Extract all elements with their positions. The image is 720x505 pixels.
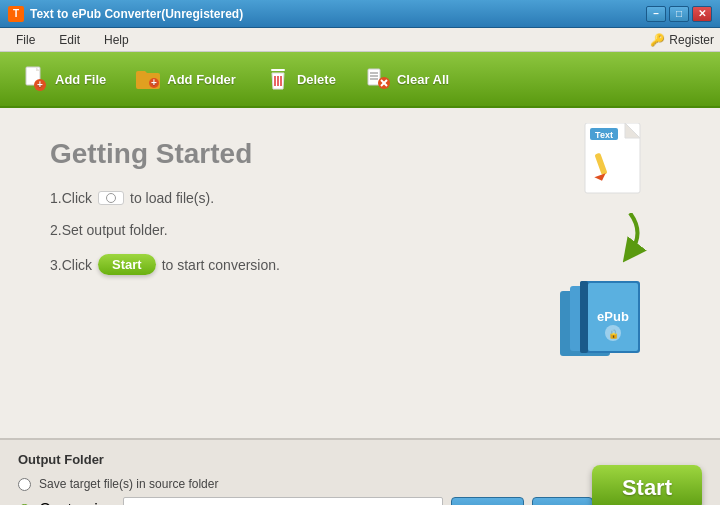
save-source-radio[interactable] (18, 478, 31, 491)
browse-button[interactable]: Browse (451, 497, 524, 505)
toolbar: + Add File + Add Folder Delete (0, 52, 720, 108)
radio-icon (106, 193, 116, 203)
menu-help[interactable]: Help (94, 31, 139, 49)
step2: 2.Set output folder. (50, 222, 280, 238)
step3-suffix: to start conversion. (162, 257, 280, 273)
svg-text:+: + (151, 77, 157, 88)
start-mini-button[interactable]: Start (98, 254, 156, 275)
maximize-button[interactable]: □ (669, 6, 689, 22)
illustration: Text (550, 123, 680, 375)
clear-all-button[interactable]: Clear All (354, 61, 459, 97)
delete-button[interactable]: Delete (254, 61, 346, 97)
register-button[interactable]: 🔑 Register (650, 33, 714, 47)
step1: 1.Click to load file(s). (50, 190, 280, 206)
step1-prefix: 1.Click (50, 190, 92, 206)
step3: 3.Click Start to start conversion. (50, 254, 280, 275)
main-area: Getting Started 1.Click to load file(s).… (0, 108, 720, 438)
output-folder-section: Output Folder Save target file(s) in sou… (0, 438, 720, 505)
add-file-label: Add File (55, 72, 106, 87)
start-button[interactable]: Start (592, 465, 702, 505)
step3-prefix: 3.Click (50, 257, 92, 273)
add-file-mini-hint (98, 191, 124, 205)
add-folder-button[interactable]: + Add Folder (124, 61, 246, 97)
add-file-button[interactable]: + Add File (12, 61, 116, 97)
menu-edit[interactable]: Edit (49, 31, 90, 49)
epub-book-icon: ePub 🔒 (550, 271, 680, 375)
customize-label: Customize (39, 501, 115, 505)
clear-all-icon (364, 65, 392, 93)
conversion-arrow (580, 213, 680, 267)
svg-text:+: + (37, 79, 43, 90)
output-path-input[interactable] (123, 497, 443, 505)
add-folder-icon: + (134, 65, 162, 93)
title-bar: T Text to ePub Converter(Unregistered) –… (0, 0, 720, 28)
menu-bar: File Edit Help 🔑 Register (0, 28, 720, 52)
app-title: Text to ePub Converter(Unregistered) (30, 7, 243, 21)
clear-all-label: Clear All (397, 72, 449, 87)
delete-icon (264, 65, 292, 93)
add-file-icon: + (22, 65, 50, 93)
svg-rect-6 (271, 69, 285, 71)
open-button[interactable]: Open (532, 497, 593, 505)
menu-file[interactable]: File (6, 31, 45, 49)
save-source-label: Save target file(s) in source folder (39, 477, 218, 491)
step1-suffix: to load file(s). (130, 190, 214, 206)
add-folder-label: Add Folder (167, 72, 236, 87)
title-bar-left: T Text to ePub Converter(Unregistered) (8, 6, 243, 22)
register-label: Register (669, 33, 714, 47)
svg-text:ePub: ePub (597, 309, 629, 324)
svg-text:🔒: 🔒 (608, 328, 620, 340)
minimize-button[interactable]: – (646, 6, 666, 22)
svg-rect-27 (580, 281, 588, 353)
getting-started-title: Getting Started (50, 138, 280, 170)
svg-text:Text: Text (595, 130, 613, 140)
window-controls: – □ ✕ (646, 6, 712, 22)
app-icon: T (8, 6, 24, 22)
key-icon: 🔑 (650, 33, 665, 47)
getting-started-section: Getting Started 1.Click to load file(s).… (50, 138, 280, 291)
delete-label: Delete (297, 72, 336, 87)
close-button[interactable]: ✕ (692, 6, 712, 22)
text-file-icon: Text (580, 123, 660, 213)
